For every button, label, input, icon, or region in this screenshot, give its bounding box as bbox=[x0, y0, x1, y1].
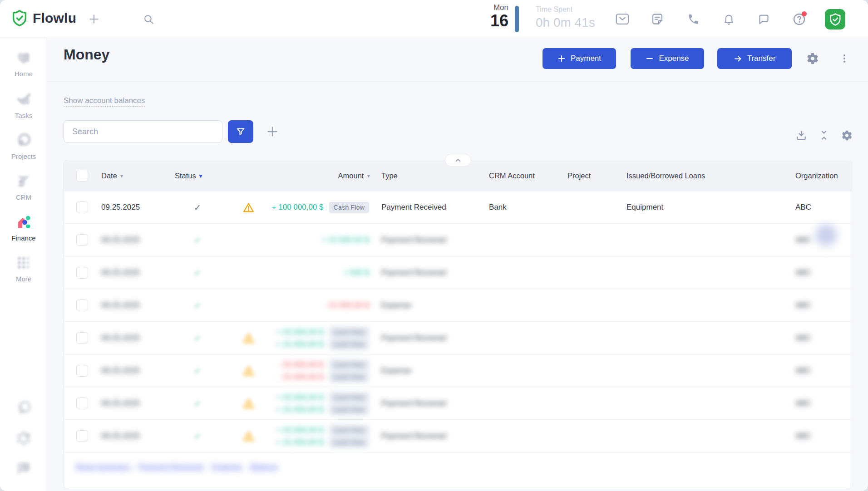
sidebar-item-tasks[interactable]: Tasks bbox=[0, 91, 47, 119]
row-checkbox[interactable] bbox=[76, 398, 88, 409]
row-checkbox[interactable] bbox=[76, 234, 88, 246]
page-title: Money bbox=[64, 46, 109, 63]
table-row[interactable]: 09.25.2025 ✓ + 20 000,00 $Cash Flow+ 15 … bbox=[64, 420, 852, 452]
sidebar-item-label: Projects bbox=[0, 152, 47, 160]
column-header-type[interactable]: Type bbox=[381, 160, 398, 191]
cell-date: 09.25.2025 bbox=[101, 191, 140, 224]
expense-link[interactable]: Expense, bbox=[212, 462, 244, 471]
sidebar-item-more[interactable]: More bbox=[0, 254, 47, 283]
expense-button-label: Expense bbox=[659, 54, 689, 63]
cell-type: Payment Received bbox=[381, 191, 446, 224]
cell-loans: Equipment bbox=[626, 191, 663, 224]
cash-flow-badge: Cash Flow bbox=[329, 425, 370, 436]
notes-icon[interactable] bbox=[647, 0, 667, 38]
payment-received-link[interactable]: Payment Received, bbox=[138, 462, 205, 471]
crm-icon bbox=[15, 172, 32, 190]
cash-flow-badge: Cash Flow bbox=[329, 327, 370, 338]
amount-value: + 15 000,00 $ bbox=[276, 340, 323, 349]
add-filter-icon[interactable] bbox=[263, 126, 281, 137]
row-checkbox[interactable] bbox=[76, 430, 88, 442]
cell-amount: + 10 000,00 $ bbox=[322, 224, 369, 256]
phone-icon[interactable] bbox=[683, 0, 703, 38]
search-input[interactable] bbox=[64, 120, 222, 143]
row-checkbox[interactable] bbox=[76, 365, 88, 377]
create-new-button[interactable] bbox=[84, 0, 104, 38]
table-row[interactable]: 09.25.2025 ✓ + 20 000,00 $Cash Flow+ 15 … bbox=[64, 387, 852, 420]
transfer-button[interactable]: Transfer bbox=[717, 48, 792, 69]
column-header-project[interactable]: Project bbox=[567, 160, 591, 191]
sidebar-item-projects[interactable]: Projects bbox=[0, 132, 47, 160]
table-row[interactable]: 09.25.2025 ✓ + 20 000,00 $Cash Flow+ 15 … bbox=[64, 322, 852, 354]
inbox-icon[interactable] bbox=[612, 0, 632, 38]
cell-date: 09.25.2025 bbox=[101, 224, 140, 256]
amount-value: + 20 000,00 $ bbox=[276, 328, 323, 337]
table-row[interactable]: 09.25.2025 ✓ - 20 000,00 $Cash Flow- 15 … bbox=[64, 354, 852, 387]
arrow-right-icon bbox=[734, 54, 742, 63]
cell-organization: ABC bbox=[795, 289, 811, 322]
cell-crm-account: Bank bbox=[489, 191, 507, 224]
select-all-checkbox[interactable] bbox=[76, 170, 88, 182]
row-checkbox[interactable] bbox=[76, 201, 88, 213]
sidebar-item-label: CRM bbox=[0, 193, 47, 201]
cell-amount: - 15 000,00 $ bbox=[324, 289, 369, 322]
sidebar-item-label: Home bbox=[0, 70, 47, 78]
sidebar-item-home[interactable]: Home bbox=[0, 49, 47, 78]
collapse-table-pill[interactable] bbox=[445, 154, 471, 167]
apps-icon[interactable] bbox=[0, 399, 47, 419]
status-check-icon: ✓ bbox=[191, 289, 204, 322]
amount-value: + 15 000,00 $ bbox=[276, 438, 323, 447]
cell-amount: + 20 000,00 $Cash Flow+ 15 000,00 $Cash … bbox=[276, 420, 369, 452]
expense-button[interactable]: Expense bbox=[631, 48, 704, 69]
chat-icon[interactable] bbox=[754, 0, 774, 38]
column-header-crm-account[interactable]: CRM Account bbox=[489, 160, 535, 191]
row-checkbox[interactable] bbox=[76, 332, 88, 344]
column-header-organization[interactable]: Organization bbox=[795, 160, 838, 191]
bell-icon[interactable] bbox=[719, 0, 739, 38]
cell-organization: ABC bbox=[795, 354, 811, 387]
row-checkbox[interactable] bbox=[76, 300, 88, 311]
row-checkbox[interactable] bbox=[76, 267, 88, 279]
home-icon bbox=[15, 49, 32, 66]
cell-type: Expense bbox=[381, 354, 411, 387]
cell-organization: ABC bbox=[795, 191, 811, 224]
balance-link[interactable]: Balance bbox=[250, 462, 278, 471]
workspace-avatar[interactable] bbox=[825, 9, 845, 29]
sidebar-item-crm[interactable]: CRM bbox=[0, 172, 47, 201]
table-footer-links: Show Summary: Payment Received, Expense,… bbox=[75, 462, 278, 471]
table-row[interactable]: 09.25.2025 ✓ + 100 000,00 $Cash Flow Pay… bbox=[64, 191, 852, 224]
page-settings-gear-icon[interactable] bbox=[804, 48, 822, 69]
payment-button[interactable]: Payment bbox=[542, 48, 616, 69]
status-check-icon: ✓ bbox=[191, 224, 204, 256]
sidebar-item-finance[interactable]: Finance bbox=[0, 213, 47, 242]
page-more-kebab-icon[interactable] bbox=[835, 48, 853, 69]
column-header-amount[interactable]: Amount▾ bbox=[286, 160, 370, 191]
amount-value: - 15 000,00 $ bbox=[324, 301, 369, 310]
help-icon[interactable] bbox=[789, 0, 809, 38]
table-settings-gear-icon[interactable] bbox=[840, 128, 853, 142]
column-header-status[interactable]: Status▾ bbox=[175, 160, 202, 191]
warning-icon bbox=[242, 191, 254, 224]
status-check-icon: ✓ bbox=[191, 191, 204, 224]
table-row[interactable]: 09.25.2025 ✓ - 15 000,00 $ Expense ABC bbox=[64, 289, 852, 322]
collapse-rows-icon[interactable] bbox=[817, 128, 831, 142]
column-header-loans[interactable]: Issued/Borrowed Loans bbox=[626, 160, 705, 191]
summary-link[interactable]: Show Summary: bbox=[75, 462, 132, 471]
show-account-balances-link[interactable]: Show account balances bbox=[64, 96, 145, 107]
status-check-icon: ✓ bbox=[191, 322, 204, 354]
support-chat-icon[interactable] bbox=[0, 459, 47, 479]
amount-value: + 500 $ bbox=[343, 268, 369, 277]
calendar-date[interactable]: Mon 16 bbox=[468, 0, 508, 38]
filter-button[interactable] bbox=[228, 120, 253, 143]
cash-flow-badge: Cash Flow bbox=[329, 437, 370, 448]
export-download-icon[interactable] bbox=[794, 128, 808, 142]
global-search-icon[interactable] bbox=[138, 0, 158, 38]
table-row[interactable]: 09.25.2025 ✓ + 10 000,00 $ Payment Recei… bbox=[64, 224, 852, 256]
time-spent-widget[interactable]: Time Spent 0h 0m 41s bbox=[536, 5, 595, 30]
chevron-down-icon: ▾ bbox=[199, 172, 202, 179]
amount-value: - 15 000,00 $ bbox=[278, 373, 323, 382]
table-row[interactable]: 09.25.2025 ✓ + 500 $ Payment Received AB… bbox=[64, 256, 852, 289]
cell-organization: ABC bbox=[795, 224, 811, 256]
flowlu-logo[interactable]: Flowlu bbox=[12, 10, 76, 27]
settings-icon[interactable] bbox=[0, 429, 47, 449]
column-header-date[interactable]: Date▾ bbox=[101, 160, 123, 191]
